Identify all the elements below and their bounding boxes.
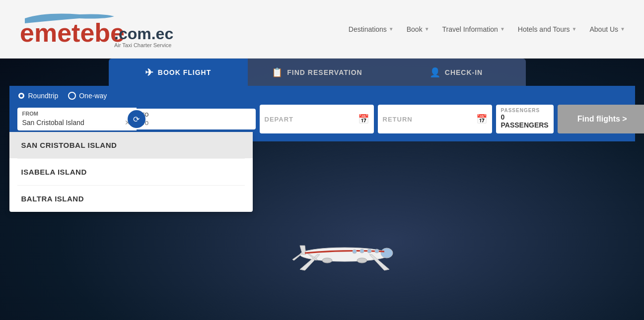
hero-section: ✈ BOOK FLIGHT 📋 FIND RESERVATION 👤 CHECK… (0, 59, 644, 320)
svg-point-15 (375, 249, 379, 253)
svg-text:.com.ec: .com.ec (114, 25, 173, 43)
svg-point-11 (357, 258, 367, 263)
calendar-icon: 📅 (358, 114, 369, 125)
trip-type-selector: Roundtrip One-way (17, 92, 627, 100)
return-field[interactable]: RETURN 📅 (378, 105, 492, 133)
svg-point-10 (322, 258, 332, 263)
tab-book-flight[interactable]: ✈ BOOK FLIGHT (109, 59, 248, 86)
svg-marker-7 (292, 254, 302, 260)
chevron-down-icon: ▼ (425, 26, 429, 32)
nav-destinations[interactable]: Destinations ▼ (345, 23, 398, 36)
from-input[interactable] (22, 119, 124, 127)
navigation: Destinations ▼ Book ▼ Travel Information… (345, 23, 629, 36)
chevron-down-icon: ▼ (389, 26, 394, 32)
dropdown-item-baltra[interactable]: BALTRA ISLAND (9, 186, 253, 212)
depart-label: DEPART (265, 116, 293, 123)
return-label: RETURN (383, 116, 413, 123)
swap-button[interactable]: ⟳ (128, 110, 145, 128)
oneway-radio[interactable] (68, 92, 76, 100)
logo-svg: emetebe .com.ec Air Taxi Charter Service (15, 9, 179, 49)
svg-point-14 (367, 249, 371, 253)
nav-about-us[interactable]: About Us ▼ (586, 23, 630, 36)
dropdown-item-san-cristobal[interactable]: SAN CRISTOBAL ISLAND (9, 132, 253, 158)
depart-field[interactable]: DEPART 📅 (260, 105, 374, 133)
to-label: To (142, 112, 251, 118)
logo: emetebe .com.ec Air Taxi Charter Service (15, 9, 179, 49)
svg-point-9 (381, 248, 393, 258)
svg-point-12 (353, 250, 357, 254)
plane-icon: ✈ (145, 66, 154, 78)
svg-text:emetebe: emetebe (20, 18, 125, 47)
from-dropdown: SAN CRISTOBAL ISLAND ISABELA ISLAND BALT… (9, 132, 253, 212)
nav-travel-information[interactable]: Travel Information ▼ (438, 23, 509, 36)
from-to-group: From ✕ ⟳ To (17, 105, 256, 133)
nav-hotels-and-tours[interactable]: Hotels and Tours ▼ (514, 23, 581, 36)
to-input[interactable] (142, 119, 251, 127)
calendar-return-icon: 📅 (476, 114, 487, 125)
header: emetebe .com.ec Air Taxi Charter Service… (0, 0, 644, 59)
nav-book[interactable]: Book ▼ (403, 23, 433, 36)
svg-point-13 (360, 249, 364, 253)
from-field: From ✕ (17, 108, 137, 130)
svg-text:Air Taxi Charter Service: Air Taxi Charter Service (114, 42, 171, 48)
tab-find-reservation[interactable]: 📋 FIND RESERVATION (248, 59, 387, 86)
chevron-down-icon: ▼ (500, 26, 505, 32)
airplane-image (290, 226, 399, 280)
roundtrip-radio[interactable] (17, 92, 25, 100)
search-fields-row: From ✕ ⟳ To DEPART (17, 105, 627, 133)
dropdown-item-isabela[interactable]: ISABELA ISLAND (9, 159, 253, 185)
from-label: From (22, 111, 132, 117)
checkin-icon: 👤 (429, 67, 441, 78)
passengers-value: 0 PASSENGERS (501, 113, 549, 129)
find-flights-button[interactable]: Find flights > (558, 105, 644, 133)
booking-tabs: ✈ BOOK FLIGHT 📋 FIND RESERVATION 👤 CHECK… (109, 59, 536, 86)
to-field: To (137, 109, 256, 129)
chevron-down-icon: ▼ (620, 26, 625, 32)
chevron-down-icon: ▼ (572, 26, 577, 32)
swap-icon: ⟳ (133, 115, 140, 124)
tab-check-in[interactable]: 👤 CHECK-IN (387, 59, 526, 86)
document-icon: 📋 (272, 67, 283, 78)
passengers-label: PASSENGERS (501, 108, 549, 113)
oneway-option[interactable]: One-way (68, 92, 107, 100)
roundtrip-option[interactable]: Roundtrip (17, 92, 59, 100)
passengers-field[interactable]: PASSENGERS 0 PASSENGERS (496, 105, 554, 133)
